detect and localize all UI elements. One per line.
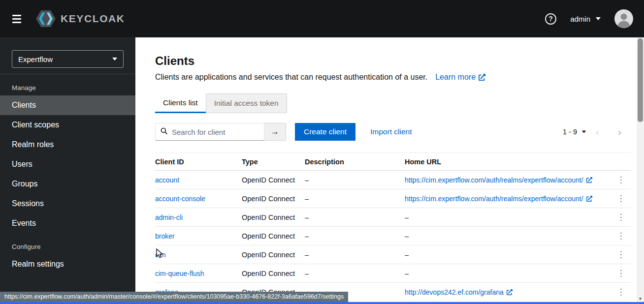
search-group: →	[155, 123, 286, 141]
main-content: Clients Clients are applications and ser…	[135, 37, 637, 304]
table-body: accountOpenID Connect–https://cim.expert…	[155, 171, 631, 302]
table-row-account-console: account-consoleOpenID Connect–https://ci…	[155, 189, 631, 208]
sidebar-item-clients[interactable]: Clients	[0, 95, 135, 115]
pagination-next-button[interactable]: ›	[609, 126, 631, 138]
row-actions-kebab-button[interactable]: ⋮	[613, 286, 629, 298]
search-icon	[161, 127, 168, 137]
import-client-link[interactable]: Import client	[370, 127, 412, 136]
column-header-home-url: Home URL	[405, 158, 611, 166]
sidebar: Expertflow ManageClientsClient scopesRea…	[0, 37, 135, 304]
arrow-right-icon: →	[271, 127, 279, 136]
client-type: OpenID Connect	[242, 270, 305, 277]
client-description: –	[305, 270, 405, 277]
column-header-client-id: Client ID	[155, 158, 242, 166]
row-actions-kebab-button[interactable]: ⋮	[613, 211, 629, 223]
keycloak-logo: KEYCLOAK	[35, 10, 125, 27]
row-actions-kebab-button[interactable]: ⋮	[613, 192, 629, 205]
help-icon[interactable]: ?	[545, 13, 556, 25]
row-actions-kebab-button[interactable]: ⋮	[613, 174, 629, 186]
client-id-link[interactable]: cim-queue-flush	[155, 270, 204, 277]
pagination-range-dropdown[interactable]: 1 - 9	[563, 128, 586, 136]
sidebar-nav: ManageClientsClient scopesRealm rolesUse…	[0, 74, 135, 274]
client-id-link[interactable]: admin-cli	[155, 213, 183, 221]
column-header-description: Description	[305, 158, 405, 166]
search-submit-button[interactable]: →	[264, 123, 286, 141]
client-description: –	[305, 195, 405, 203]
home-url-empty: –	[405, 251, 611, 259]
scrollbar-down-arrow-icon[interactable]: ▼	[637, 297, 644, 301]
sidebar-item-realm-settings[interactable]: Realm settings	[0, 254, 135, 274]
client-type: OpenID Connect	[242, 195, 305, 203]
sidebar-item-users[interactable]: Users	[0, 154, 135, 174]
search-box	[155, 123, 264, 141]
browser-status-bar: https://cim.expertflow.com/auth/admin/ma…	[0, 292, 348, 302]
pagination: 1 - 9 ‹ ›	[563, 126, 631, 138]
page-subtitle: Clients are applications and services th…	[155, 73, 427, 82]
pagination-prev-button[interactable]: ‹	[586, 126, 609, 138]
nav-group-label-configure: Configure	[0, 233, 135, 254]
sidebar-item-realm-roles[interactable]: Realm roles	[0, 135, 135, 154]
app-header: KEYCLOAK ? admin	[0, 0, 644, 37]
search-input[interactable]	[172, 128, 259, 136]
home-url-link[interactable]: http://devops242.ef.com/grafana	[405, 288, 513, 296]
realm-selector-label: Expertflow	[18, 55, 53, 63]
client-id-link[interactable]: broker	[155, 232, 175, 240]
sidebar-item-client-scopes[interactable]: Client scopes	[0, 115, 135, 135]
question-glyph: ?	[548, 15, 553, 23]
client-type: OpenID Connect	[242, 251, 305, 259]
home-url-link[interactable]: https://cim.expertflow.com/auth/realms/e…	[405, 195, 592, 203]
table-header-row: Client IDTypeDescriptionHome URL	[155, 153, 631, 171]
table-row-admin-cli: admin-cliOpenID Connect––⋮	[155, 208, 631, 227]
realm-selector-dropdown[interactable]: Expertflow	[12, 50, 124, 68]
avatar-icon	[614, 9, 633, 28]
client-id-link[interactable]: account-console	[155, 195, 205, 203]
client-type: OpenID Connect	[242, 176, 305, 184]
user-menu-button[interactable]: admin	[570, 15, 601, 23]
external-link-icon	[586, 177, 592, 183]
chevron-left-icon: ‹	[596, 126, 599, 137]
external-link-icon	[479, 74, 485, 81]
column-header-type: Type	[242, 158, 305, 166]
home-url-empty: –	[405, 270, 611, 277]
window-bottom-edge	[0, 302, 644, 304]
avatar[interactable]	[614, 9, 633, 28]
nav-group-label-manage: Manage	[0, 74, 135, 95]
chevron-right-icon: ›	[618, 126, 621, 137]
sidebar-item-events[interactable]: Events	[0, 213, 135, 233]
client-type: OpenID Connect	[242, 213, 305, 221]
client-id-link[interactable]: cim	[155, 251, 166, 259]
chevron-down-icon	[112, 58, 117, 61]
chevron-down-icon	[596, 17, 601, 20]
home-url-link[interactable]: https://cim.expertflow.com/auth/realms/e…	[405, 176, 592, 184]
row-actions-kebab-button[interactable]: ⋮	[613, 230, 629, 242]
scrollbar-thumb[interactable]	[638, 38, 643, 122]
page-title: Clients	[155, 54, 631, 68]
external-link-icon	[586, 196, 592, 202]
sidebar-item-groups[interactable]: Groups	[0, 174, 135, 194]
client-id-link[interactable]: account	[155, 176, 179, 184]
sidebar-item-sessions[interactable]: Sessions	[0, 194, 135, 213]
learn-more-link[interactable]: Learn more	[435, 73, 485, 82]
nav-toggle-button[interactable]	[6, 8, 28, 30]
toolbar: → Create client Import client 1 - 9 ‹ ›	[155, 123, 631, 141]
table-row-cim-queue-flush: cim-queue-flushOpenID Connect––⋮	[155, 264, 631, 283]
client-description: –	[305, 251, 405, 259]
vertical-scrollbar[interactable]: ▼	[637, 37, 644, 304]
client-description: –	[305, 176, 405, 184]
brand-text: KEYCLOAK	[61, 13, 125, 25]
create-client-button[interactable]: Create client	[295, 123, 355, 141]
tab-clients-list[interactable]: Clients list	[155, 93, 206, 113]
keycloak-logo-icon	[35, 10, 56, 27]
pagination-range-label: 1 - 9	[563, 128, 577, 136]
home-url-empty: –	[405, 213, 611, 221]
client-type: OpenID Connect	[242, 232, 305, 240]
row-actions-kebab-button[interactable]: ⋮	[613, 248, 629, 261]
home-url-empty: –	[405, 232, 611, 240]
chevron-down-icon	[582, 130, 586, 133]
clients-table: Client IDTypeDescriptionHome URL account…	[155, 152, 631, 302]
row-actions-kebab-button[interactable]: ⋮	[613, 267, 629, 279]
table-row-cim: cimOpenID Connect––⋮	[155, 245, 631, 264]
client-description: –	[305, 232, 405, 240]
tab-initial-access-token[interactable]: Initial access token	[206, 93, 287, 113]
user-menu-label: admin	[570, 15, 590, 23]
